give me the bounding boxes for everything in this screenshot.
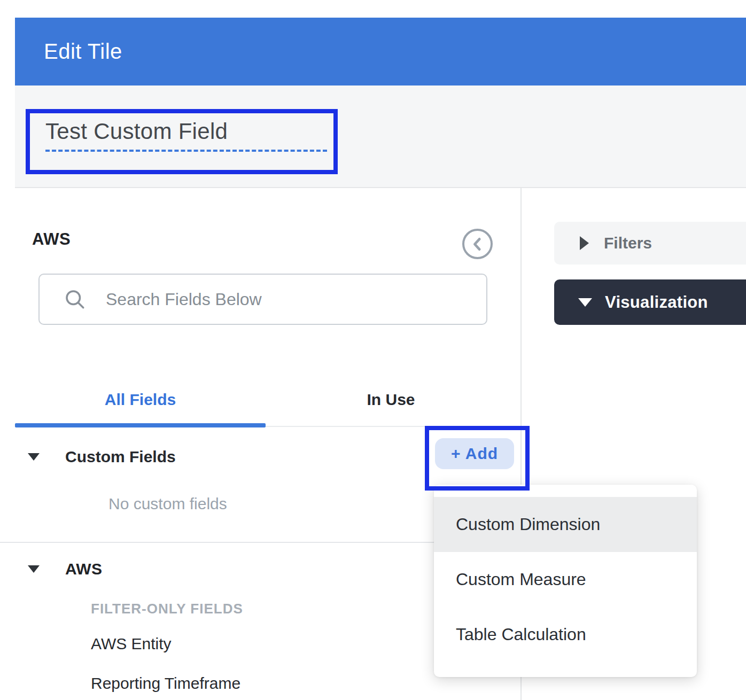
- menu-item-table-calculation[interactable]: Table Calculation: [434, 607, 697, 662]
- tile-title-section: Test Custom Field: [15, 85, 746, 188]
- search-input[interactable]: [106, 290, 480, 309]
- tab-all-fields[interactable]: All Fields: [15, 374, 266, 425]
- add-custom-field-button[interactable]: + Add: [435, 438, 514, 469]
- filters-section-bar[interactable]: Filters: [554, 222, 746, 265]
- tab-in-use[interactable]: In Use: [266, 374, 516, 425]
- caret-right-icon: [580, 236, 589, 250]
- edit-tile-dialog: Edit Tile Test Custom Field AWS All Fiel…: [0, 0, 746, 700]
- tile-title-dashed-underline: [45, 150, 327, 152]
- aws-section-header[interactable]: AWS: [28, 560, 102, 578]
- field-search-box[interactable]: [38, 274, 487, 325]
- filter-only-fields-heading: FILTER-ONLY FIELDS: [91, 601, 243, 617]
- dialog-titlebar: Edit Tile: [15, 18, 746, 85]
- tile-title-value[interactable]: Test Custom Field: [45, 119, 327, 144]
- chevron-left-icon: [465, 231, 491, 257]
- explore-name: AWS: [32, 230, 71, 249]
- caret-down-icon: [28, 453, 40, 461]
- active-tab-indicator: [15, 423, 266, 427]
- no-custom-fields-text: No custom fields: [108, 495, 227, 513]
- search-icon: [63, 287, 87, 311]
- collapse-panel-button[interactable]: [462, 229, 493, 259]
- menu-item-custom-measure[interactable]: Custom Measure: [434, 552, 697, 607]
- caret-down-icon: [28, 565, 40, 573]
- add-field-dropdown-menu: Custom Dimension Custom Measure Table Ca…: [434, 485, 697, 677]
- tile-title-input[interactable]: Test Custom Field: [45, 119, 327, 152]
- field-item-aws-entity[interactable]: AWS Entity: [91, 635, 172, 653]
- caret-down-icon: [578, 298, 592, 307]
- menu-item-custom-dimension[interactable]: Custom Dimension: [434, 497, 697, 552]
- dialog-title: Edit Tile: [15, 40, 122, 64]
- custom-fields-section-header[interactable]: Custom Fields: [28, 448, 176, 466]
- visualization-section-bar[interactable]: Visualization: [554, 279, 746, 325]
- field-item-reporting-timeframe[interactable]: Reporting Timeframe: [91, 674, 240, 693]
